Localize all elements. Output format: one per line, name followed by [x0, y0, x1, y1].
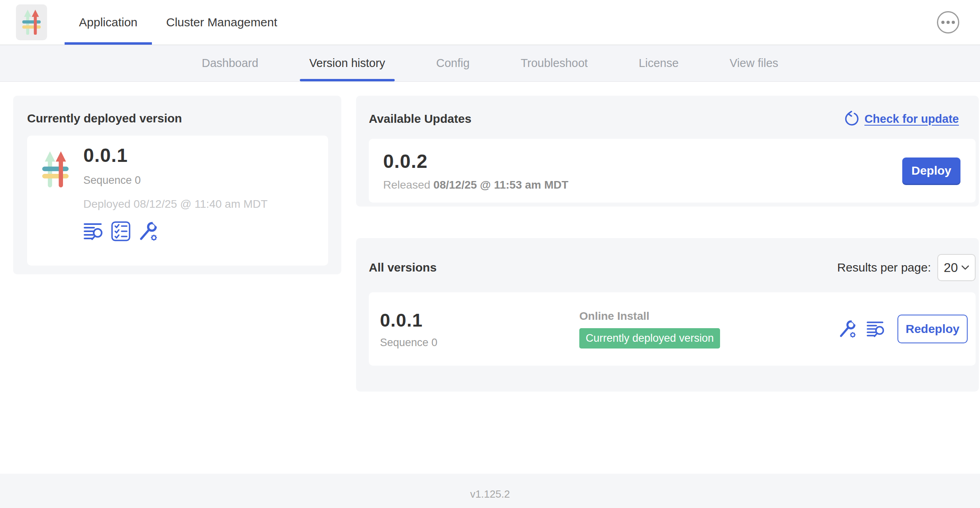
results-per-page-select[interactable]: 20 [937, 254, 976, 281]
console-version: v1.125.2 [470, 482, 510, 500]
install-type-label: Online Install [579, 310, 838, 323]
update-version-number: 0.0.2 [383, 150, 569, 172]
overflow-menu-button[interactable] [937, 11, 959, 33]
subnav-config[interactable]: Config [436, 45, 470, 81]
deployed-version-info: 0.0.1 Sequence 0 Deployed 08/12/25 @ 11:… [83, 144, 268, 266]
edit-config-icon[interactable] [838, 319, 857, 339]
update-released-line: Released 08/12/25 @ 11:53 am MDT [383, 179, 569, 191]
deployed-version-number: 0.0.1 [83, 144, 268, 166]
subnav-version-history[interactable]: Version history [309, 45, 385, 81]
released-label: Released [383, 179, 430, 191]
ellipsis-icon [941, 21, 945, 24]
right-column: Available Updates Check for update 0.0.2 [356, 96, 979, 474]
currently-deployed-title: Currently deployed version [27, 112, 328, 125]
version-history-page: Currently deployed version 0.0.1 Sequenc [0, 82, 980, 474]
edit-config-icon[interactable] [138, 221, 158, 242]
chevron-down-icon [961, 265, 969, 270]
subnav-license[interactable]: License [639, 45, 679, 81]
check-for-update-label: Check for update [864, 112, 959, 126]
subnav-view-files[interactable]: View files [730, 45, 778, 81]
tab-cluster-management-label: Cluster Management [166, 16, 277, 29]
results-per-page-label: Results per page: [837, 261, 931, 274]
deploy-button[interactable]: Deploy [902, 158, 960, 184]
logs-icon[interactable] [866, 319, 886, 339]
subnav-troubleshoot[interactable]: Troubleshoot [521, 45, 588, 81]
results-per-page-value: 20 [944, 260, 958, 275]
top-navbar: Application Cluster Management [0, 0, 980, 45]
preflight-checks-icon[interactable] [110, 221, 131, 242]
currently-deployed-version-panel: 0.0.1 Sequence 0 Deployed 08/12/25 @ 11:… [27, 136, 328, 266]
all-versions-title: All versions [369, 261, 437, 274]
check-for-update-link[interactable]: Check for update [844, 111, 959, 127]
redeploy-button[interactable]: Redeploy [897, 315, 968, 343]
version-row: 0.0.1 Sequence 0 Online Install Currentl… [369, 292, 976, 366]
all-versions-card: All versions Results per page: 20 0.0.1 … [356, 238, 979, 392]
released-timestamp: 08/12/25 @ 11:53 am MDT [433, 179, 569, 191]
deployed-version-actions [83, 221, 268, 242]
row-install-block: Online Install Currently deployed versio… [579, 310, 838, 349]
row-version-block: 0.0.1 Sequence 0 [380, 309, 579, 349]
deployed-timestamp: Deployed 08/12/25 @ 11:40 am MDT [83, 198, 268, 211]
tab-application[interactable]: Application [65, 0, 152, 45]
row-version-number: 0.0.1 [380, 309, 579, 331]
page-footer: v1.125.2 [0, 474, 980, 508]
refresh-icon [844, 111, 860, 127]
tab-application-label: Application [79, 16, 138, 29]
available-update-row: 0.0.2 Released 08/12/25 @ 11:53 am MDT D… [369, 139, 976, 203]
app-logo-icon [40, 149, 71, 266]
available-updates-title: Available Updates [369, 112, 471, 126]
row-sequence: Sequence 0 [380, 337, 579, 349]
app-logo-icon [21, 8, 42, 36]
subnav-dashboard[interactable]: Dashboard [202, 45, 258, 81]
tab-cluster-management[interactable]: Cluster Management [152, 0, 291, 45]
logs-icon[interactable] [83, 221, 104, 242]
app-subnav: Dashboard Version history Config Trouble… [0, 45, 980, 82]
currently-deployed-card: Currently deployed version 0.0.1 Sequenc [13, 96, 341, 274]
available-updates-card: Available Updates Check for update 0.0.2 [356, 96, 979, 207]
currently-deployed-badge: Currently deployed version [579, 328, 720, 349]
results-per-page: Results per page: 20 [837, 254, 976, 281]
deployed-sequence: Sequence 0 [83, 174, 268, 187]
row-actions [838, 319, 886, 339]
app-logo[interactable] [16, 4, 47, 40]
